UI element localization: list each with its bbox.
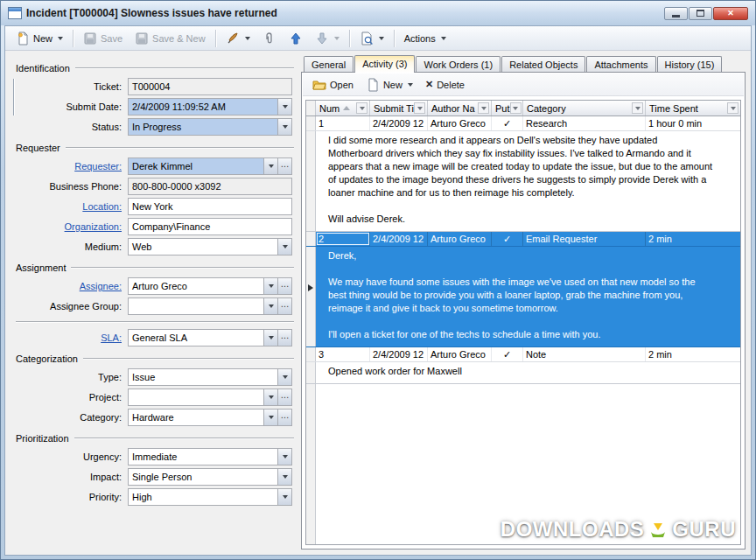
impact-dropdown-button[interactable] [277,468,292,486]
organization-link-label[interactable]: Organization: [12,221,128,232]
filter-button[interactable] [414,102,425,114]
previous-button[interactable] [284,29,308,48]
assignee-link-label[interactable]: Assignee: [12,281,128,291]
preview-button[interactable] [354,29,389,48]
activity-row[interactable]: 1 2/4/2009 12 Arturo Greco ✓ Research 1 … [306,116,740,131]
chevron-down-icon [379,37,384,40]
arrow-down-icon [315,32,329,46]
ticket-label: Ticket: [12,81,128,92]
chevron-down-icon [408,83,413,87]
splitter-grip[interactable] [13,79,15,116]
activity-row-selected[interactable]: 2 2/4/2009 12 Arturo Greco ✓ Email Reque… [306,232,740,247]
requester-dropdown-button[interactable] [263,158,278,175]
tab-related-objects[interactable]: Related Objects [501,56,585,72]
tab-work-orders[interactable]: Work Orders (1) [416,56,500,72]
assignee-field[interactable]: Arturo Greco [128,277,264,295]
close-icon: ✕ [727,9,734,18]
filter-button[interactable] [356,102,368,114]
column-header-category[interactable]: Category [523,101,646,116]
titlebar[interactable]: Incident [T000004] Slowness issues have … [1,1,755,25]
close-button[interactable]: ✕ [713,7,748,20]
tab-general[interactable]: General [304,56,354,72]
medium-dropdown-button[interactable] [277,238,292,256]
open-activity-button[interactable]: Open [308,75,358,94]
minimize-button[interactable] [664,7,688,20]
submit-date-dropdown-button[interactable] [277,98,292,116]
category-dropdown-button[interactable] [263,409,278,426]
chevron-down-icon [481,107,486,110]
column-header-put[interactable]: Put [492,101,523,116]
tab-attachments[interactable]: Attachments [586,56,655,72]
new-button[interactable]: New [10,29,68,48]
sla-link-label[interactable]: SLA: [12,332,128,343]
urgency-field[interactable]: Immediate [128,448,278,466]
ellipsis-icon: … [281,302,290,307]
column-header-num[interactable]: Num [316,101,370,116]
submit-date-field[interactable]: 2/4/2009 11:09:52 AM [128,98,278,116]
row-indicator-gutter [306,362,316,383]
chevron-down-icon [283,125,288,129]
sla-field[interactable]: General SLA [128,329,264,346]
filter-button[interactable] [510,102,522,114]
ellipsis-icon: … [281,162,290,167]
assignee-group-field[interactable] [128,298,264,315]
status-field[interactable]: In Progress [128,118,278,136]
chevron-down-icon [58,37,63,40]
category-field[interactable]: Hardware [128,409,264,426]
assignee-dropdown-button[interactable] [263,277,278,295]
tab-history[interactable]: History (15) [657,56,723,72]
chevron-down-icon [283,455,288,458]
maximize-button[interactable] [689,7,712,20]
filter-button[interactable] [632,102,643,114]
save-button[interactable]: Save [78,29,128,48]
window-title: Incident [T000004] Slowness issues have … [26,7,277,19]
status-dropdown-button[interactable] [277,118,292,136]
assignee-browse-button[interactable]: … [277,277,292,295]
requester-link-label[interactable]: Requester: [12,161,128,172]
organization-field[interactable]: Company\Finance [128,218,292,235]
location-field[interactable]: New York [128,198,292,215]
filter-button[interactable] [478,102,489,114]
activity-row-detail[interactable]: I did some more research and it appears … [306,131,740,232]
section-divider [71,267,294,269]
business-phone-field[interactable]: 800-800-0000 x3092 [128,178,292,195]
save-and-new-button[interactable]: Save & New [130,29,211,48]
new-activity-button[interactable]: New [361,75,417,94]
sla-dropdown-button[interactable] [263,329,278,346]
medium-field[interactable]: Web [128,238,278,256]
category-browse-button[interactable]: … [277,409,292,426]
actions-button[interactable]: Actions [399,31,452,46]
column-header-author[interactable]: Author Na [428,101,492,116]
column-header-time-spent[interactable]: Time Spent [646,101,740,116]
next-button[interactable] [310,29,345,48]
quill-button[interactable] [220,29,256,48]
activity-row-detail[interactable]: Opened work order for Maxwell [306,362,740,384]
location-link-label[interactable]: Location: [12,201,128,212]
section-divider [75,67,294,69]
project-dropdown-button[interactable] [263,388,278,406]
assignee-group-dropdown-button[interactable] [263,298,278,315]
activity-tab-page: Open New ✕ Delete [301,72,746,550]
assignee-group-browse-button[interactable]: … [277,298,292,315]
impact-field[interactable]: Single Person [128,468,278,486]
column-header-submit-time[interactable]: Submit Ti [370,101,428,116]
activity-row-detail-selected[interactable]: Derek, We may have found some issues wit… [306,247,740,347]
priority-dropdown-button[interactable] [277,488,292,506]
attach-button[interactable] [257,29,282,48]
requester-field[interactable]: Derek Kimmel [128,158,264,175]
ellipsis-icon: … [281,333,290,339]
project-field[interactable] [128,388,264,406]
sla-browse-button[interactable]: … [277,329,292,346]
tab-activity[interactable]: Activity (3) [354,55,415,73]
activity-row[interactable]: 3 2/4/2009 12 Arturo Greco ✓ Note 2 min [306,347,740,362]
impact-label: Impact: [12,472,128,482]
type-field[interactable]: Issue [128,368,278,386]
delete-activity-button[interactable]: ✕ Delete [421,76,469,93]
urgency-dropdown-button[interactable] [277,448,292,466]
ticket-field[interactable]: T000004 [128,78,292,95]
priority-field[interactable]: High [128,488,278,506]
project-browse-button[interactable]: … [277,388,292,406]
filter-button[interactable] [727,102,738,114]
type-dropdown-button[interactable] [277,368,292,386]
requester-browse-button[interactable]: … [277,158,292,175]
